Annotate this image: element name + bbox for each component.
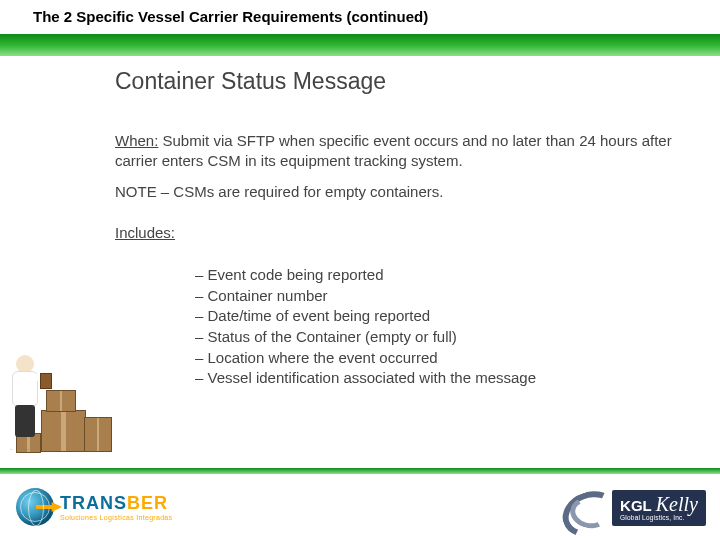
when-label: When: [115, 132, 158, 149]
kgl-text: KGL [620, 498, 652, 513]
person-with-boxes-illustration: . . . [6, 355, 116, 465]
transber-name: TRANSBER [60, 494, 172, 512]
kgl-kelly-logo: KGL Kelly Global Logistics, Inc. [562, 488, 706, 528]
globe-icon [16, 488, 54, 526]
list-item: Status of the Container (empty or full) [195, 327, 536, 348]
transber-tagline: Soluciones Logísticas Integradas [60, 514, 172, 521]
page-title: The 2 Specific Vessel Carrier Requiremen… [33, 8, 428, 25]
arrow-icon [36, 502, 62, 512]
header-accent-bar [0, 34, 720, 56]
kelly-text: Kelly [656, 494, 698, 514]
kgl-subtext: Global Logistics, Inc. [620, 515, 698, 522]
list-item: Location where the event occurred [195, 348, 536, 369]
list-item: Event code being reported [195, 265, 536, 286]
when-paragraph: When: Submit via SFTP when specific even… [115, 131, 680, 172]
transber-logo: TRANSBER Soluciones Logísticas Integrada… [16, 484, 172, 530]
list-item: Container number [195, 286, 536, 307]
box-icon [41, 410, 86, 452]
list-item: Date/time of event being reported [195, 306, 536, 327]
box-icon [46, 390, 76, 412]
box-icon [84, 417, 112, 452]
list-item: Vessel identification associated with th… [195, 368, 536, 389]
includes-label: Includes: [115, 223, 680, 243]
footer-accent-bar [0, 468, 720, 474]
section-heading: Container Status Message [115, 68, 386, 95]
person-icon [6, 355, 42, 445]
swoosh-icon [562, 488, 606, 528]
includes-list: Event code being reported Container numb… [195, 265, 536, 389]
when-text: Submit via SFTP when specific event occu… [115, 132, 672, 169]
note-text: NOTE – CSMs are required for empty conta… [115, 182, 680, 202]
